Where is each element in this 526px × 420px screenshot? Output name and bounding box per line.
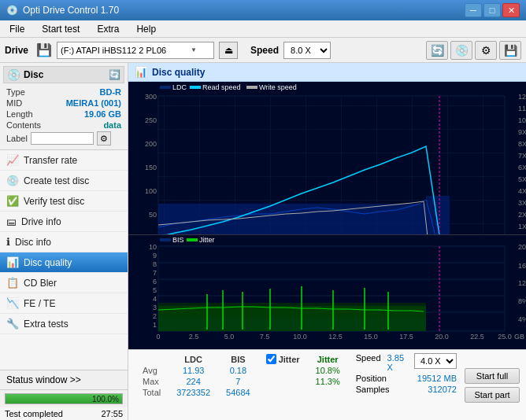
eject-button[interactable]: ⏏ [219,42,238,59]
sidebar: 💿 Disc 🔄 Type BD-R MID MEIRA1 (001) Leng… [0,63,128,420]
svg-text:10X: 10X [518,116,526,124]
speed-select-stats[interactable]: 4.0 X 8.0 X [414,353,457,369]
jitter-checkbox[interactable] [266,354,276,364]
samples-row: Samples 312072 [356,385,457,394]
start-full-button[interactable]: Start full [465,368,520,384]
svg-text:2X: 2X [518,211,526,219]
menu-file[interactable]: File [5,22,29,36]
disc-contents-row: Contents data [3,120,124,131]
stats-total-spacer [258,387,308,398]
sidebar-item-disc-quality[interactable]: 📊 Disc quality [0,252,128,273]
progress-bar-container: 100.0% [0,390,128,407]
start-part-button[interactable]: Start part [465,387,520,403]
svg-text:3X: 3X [518,199,526,207]
sidebar-item-cd-bler[interactable]: 📋 CD Bler [0,273,128,293]
disc-button[interactable]: 💿 [450,41,472,60]
samples-label: Samples [356,385,390,394]
stats-max-spacer [258,376,308,387]
sidebar-item-disc-info[interactable]: ℹ Disc info [0,232,128,252]
disc-mid-value: MEIRA1 (001) [66,98,121,108]
menu-extra[interactable]: Extra [92,22,124,36]
disc-label-input[interactable] [31,132,94,145]
sidebar-item-transfer-rate[interactable]: 📈 Transfer rate [0,150,128,171]
stats-row-total: Total 3723352 54684 [135,387,348,398]
disc-info-icon: ℹ [6,236,10,248]
svg-text:15.0: 15.0 [364,333,378,341]
svg-text:10.0: 10.0 [293,333,307,341]
cd-bler-label: CD Bler [24,278,57,289]
status-window-button[interactable]: Status window >> [0,370,128,390]
col-spacer: Jitter [258,353,308,365]
svg-text:GB: GB [514,333,524,341]
col-ldc: LDC [169,353,218,365]
svg-text:7.5: 7.5 [260,333,270,341]
stats-row-avg: Avg 11.93 0.18 10.8% [135,365,348,376]
svg-text:20.0: 20.0 [435,333,449,341]
stats-avg-label: Avg [135,365,169,376]
position-val: 19512 MB [417,374,457,383]
sidebar-item-drive-info[interactable]: 🖴 Drive info [0,212,128,232]
stats-avg-jitter: 10.8% [308,365,348,376]
menu-help[interactable]: Help [132,22,161,36]
svg-text:1X: 1X [518,223,526,230]
sidebar-item-extra-tests[interactable]: 🔧 Extra tests [0,314,128,334]
disc-quality-icon: 📊 [6,256,19,268]
maximize-button[interactable]: □ [483,3,501,17]
position-row: Position 19512 MB [356,374,457,383]
disc-mid-row: MID MEIRA1 (001) [3,98,124,109]
svg-text:6X: 6X [518,164,526,171]
disc-panel: 💿 Disc 🔄 Type BD-R MID MEIRA1 (001) Leng… [0,63,128,150]
time-elapsed: 27:55 [101,409,123,418]
menu-start-test[interactable]: Start test [37,22,84,36]
svg-text:150: 150 [145,164,157,171]
stats-max-ldc: 224 [169,376,218,387]
close-button[interactable]: ✕ [502,3,520,17]
stats-total-jitter [308,387,348,398]
disc-panel-title: Disc [24,69,43,80]
disc-refresh-icon[interactable]: 🔄 [109,69,120,80]
sidebar-item-fe-te[interactable]: 📉 FE / TE [0,293,128,314]
drive-info-icon: 🖴 [6,216,17,227]
menu-bar: File Start test Extra Help [0,20,526,38]
fe-te-icon: 📉 [6,297,19,309]
disc-length-row: Length 19.06 GB [3,109,124,120]
status-text-row: Test completed 27:55 [0,407,128,420]
svg-text:2.5: 2.5 [189,333,199,341]
speed-select[interactable]: 8.0 X 4.0 X MAX [283,42,331,59]
settings-button[interactable]: ⚙ [475,41,497,60]
svg-text:9X: 9X [518,128,526,136]
drive-select[interactable]: (F:) ATAPI iHBS112 2 PL06 [57,42,214,59]
save-button[interactable]: 💾 [499,41,521,60]
top-chart-svg: 300 250 200 150 100 50 0 2.5 5.0 7.5 10.… [128,82,526,234]
action-buttons: Start full Start part [465,353,520,417]
stats-max-jitter: 11.3% [308,376,348,387]
col-bis: BIS [218,353,258,365]
stats-total-ldc: 3723352 [169,387,218,398]
extra-tests-icon: 🔧 [6,318,19,330]
minimize-button[interactable]: ─ [465,3,482,17]
disc-quality-header-title: Disc quality [152,67,205,78]
bottom-chart-container: 10 9 8 7 6 5 4 3 2 1 0 2.5 5.0 7.5 10.0 [128,235,526,349]
stats-max-bis: 7 [218,376,258,387]
verify-test-disc-label: Verify test disc [24,196,84,207]
sidebar-item-verify-test-disc[interactable]: ✅ Verify test disc [0,191,128,212]
svg-rect-88 [187,238,198,241]
sidebar-item-create-test-disc[interactable]: 💿 Create test disc [0,171,128,191]
svg-text:Read speed: Read speed [202,83,241,91]
svg-text:4: 4 [153,295,157,303]
svg-text:11X: 11X [518,105,526,112]
svg-text:BIS: BIS [172,236,184,244]
disc-label-row: Label ⚙ [3,131,124,146]
drive-icon: 💾 [36,42,52,57]
toolbar-icons: 🔄 💿 ⚙ 💾 [426,41,521,60]
speed-avg-row: Speed 3.85 X 4.0 X 8.0 X [356,353,457,372]
svg-rect-39 [246,86,257,89]
transfer-rate-icon: 📈 [6,154,19,166]
progress-bar: 100.0% [5,393,123,404]
svg-text:LDC: LDC [172,83,187,91]
disc-contents-value: data [103,120,121,130]
svg-text:1: 1 [153,321,157,329]
speed-label-text: Speed [356,353,381,372]
refresh-button[interactable]: 🔄 [426,41,448,60]
disc-label-btn[interactable]: ⚙ [97,131,111,146]
